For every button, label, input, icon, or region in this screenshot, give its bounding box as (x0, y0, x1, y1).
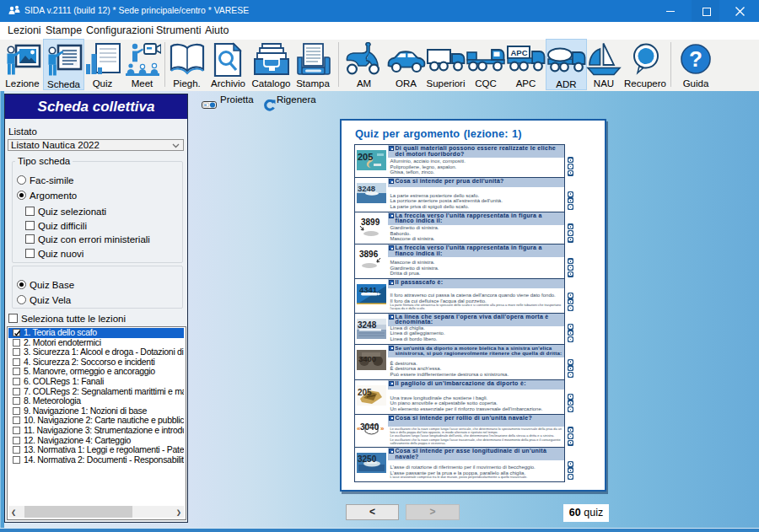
svg-text:APC: APC (510, 48, 527, 57)
svg-text:3040: 3040 (360, 422, 380, 432)
svg-text:4341: 4341 (359, 285, 378, 294)
svg-text:3250: 3250 (358, 454, 377, 464)
svg-text:205: 205 (358, 152, 373, 162)
svg-text:3248: 3248 (358, 184, 375, 193)
svg-text:?: ? (689, 46, 702, 72)
svg-text:3896: 3896 (359, 250, 379, 259)
svg-text:3248: 3248 (358, 320, 377, 330)
svg-text:205: 205 (358, 388, 372, 397)
svg-text:3899: 3899 (361, 218, 380, 227)
svg-text:3400: 3400 (358, 354, 376, 363)
svg-text:»: » (380, 425, 385, 433)
